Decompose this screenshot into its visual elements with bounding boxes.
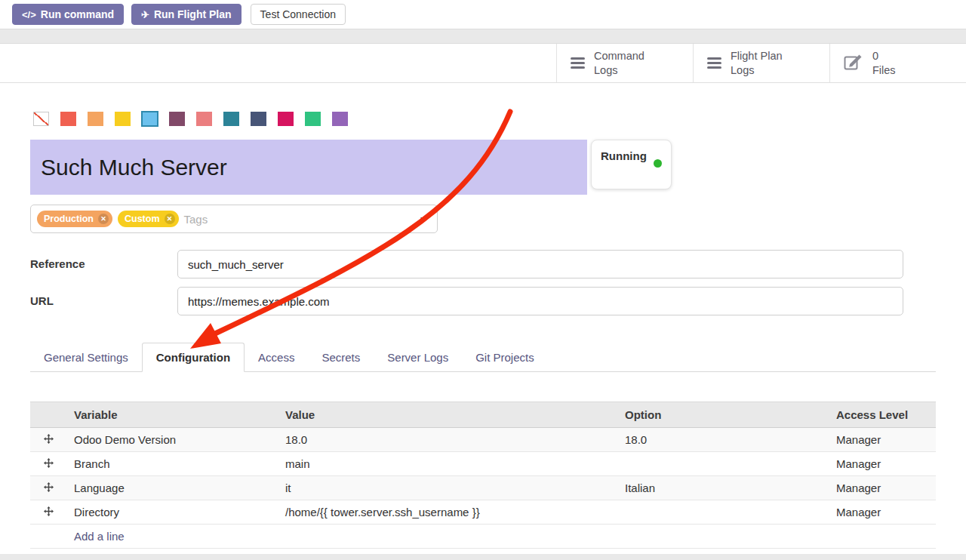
color-swatch[interactable] [278, 112, 294, 126]
tag-remove-icon[interactable]: ✕ [165, 214, 175, 224]
cell-value[interactable]: main [278, 452, 617, 476]
column-header-option: Option [617, 402, 829, 428]
tag-label: Custom [125, 214, 160, 224]
drag-handle-icon[interactable] [44, 433, 54, 446]
cell-access-level[interactable]: Manager [829, 500, 936, 525]
flight-plan-logs-label-line2: Logs [731, 64, 754, 76]
color-swatch[interactable] [223, 112, 239, 126]
test-connection-label: Test Connection [260, 8, 336, 20]
smart-buttons-band: Command Logs Flight Plan Logs 0 Files [0, 44, 966, 83]
cell-option[interactable]: Italian [617, 476, 829, 500]
tab-configuration[interactable]: Configuration [142, 343, 245, 372]
tab-bar: General Settings Configuration Access Se… [30, 343, 936, 372]
color-swatch[interactable] [141, 111, 158, 127]
form-fields: Reference such_much_server URL https://m… [30, 250, 936, 315]
table-row: Directory /home/{{ tower.server.ssh_user… [30, 500, 936, 525]
plane-icon: ✈ [141, 9, 149, 20]
run-command-label: Run command [41, 8, 114, 20]
command-logs-label-line2: Logs [594, 64, 617, 76]
cell-access-level[interactable]: Manager [829, 476, 936, 500]
color-swatch[interactable] [169, 112, 185, 126]
color-swatch[interactable] [332, 112, 348, 126]
server-name-input[interactable]: Such Much Server [30, 140, 587, 195]
reference-input[interactable]: such_much_server [177, 250, 903, 278]
color-swatch[interactable] [251, 112, 266, 126]
form-sheet: Such Much Server Running Production ✕ Cu… [0, 112, 966, 549]
handle-column-header [30, 402, 66, 428]
reference-label: Reference [30, 250, 177, 270]
no-color-swatch[interactable] [33, 112, 49, 126]
status-label: Running [601, 149, 649, 164]
cell-option[interactable] [617, 452, 829, 476]
table-row: Branch main Manager [30, 452, 936, 476]
cell-variable[interactable]: Directory [66, 500, 278, 525]
drag-handle-icon[interactable] [44, 482, 54, 494]
color-swatch[interactable] [115, 112, 131, 126]
table-header-row: Variable Value Option Access Level [30, 402, 936, 428]
cell-access-level[interactable]: Manager [829, 428, 936, 452]
status-card: Running [591, 140, 672, 189]
drag-handle-icon[interactable] [44, 457, 54, 470]
cell-option[interactable]: 18.0 [617, 428, 829, 452]
add-line-row: Add a line [30, 525, 936, 549]
flight-plan-logs-button[interactable]: Flight Plan Logs [693, 44, 829, 82]
column-header-value: Value [278, 402, 617, 428]
edit-icon [844, 53, 863, 74]
run-command-button[interactable]: </> Run command [12, 4, 124, 25]
url-label: URL [30, 287, 177, 307]
cell-variable[interactable]: Branch [66, 452, 278, 476]
cell-access-level[interactable]: Manager [829, 452, 936, 476]
title-row: Such Much Server Running [30, 140, 936, 195]
color-palette [30, 112, 936, 126]
cell-value[interactable]: it [278, 476, 617, 500]
tab-git-projects[interactable]: Git Projects [462, 343, 548, 371]
color-swatch[interactable] [60, 112, 76, 126]
run-flight-plan-label: Run Flight Plan [154, 8, 232, 20]
cell-variable[interactable]: Language [66, 476, 278, 500]
color-swatch[interactable] [305, 112, 321, 126]
command-logs-button[interactable]: Command Logs [556, 44, 693, 82]
cell-value[interactable]: /home/{{ tower.server.ssh_username }} [278, 500, 617, 525]
tag-pill: Production ✕ [37, 211, 112, 227]
files-label: Files [872, 64, 896, 76]
files-button[interactable]: 0 Files [829, 44, 966, 82]
test-connection-button[interactable]: Test Connection [251, 4, 346, 25]
color-swatch[interactable] [196, 112, 212, 126]
tab-general-settings[interactable]: General Settings [30, 343, 142, 371]
status-dot [654, 159, 662, 168]
page-bottom-strip [0, 554, 966, 560]
page-divider [0, 29, 966, 44]
tags-input[interactable]: Production ✕ Custom ✕ Tags [30, 205, 438, 233]
command-logs-label-line1: Command [594, 50, 645, 62]
color-swatch[interactable] [88, 112, 103, 126]
add-a-line-link[interactable]: Add a line [74, 530, 125, 543]
column-header-variable: Variable [66, 402, 278, 428]
drag-handle-icon[interactable] [44, 506, 54, 518]
files-count: 0 [872, 50, 878, 62]
tag-remove-icon[interactable]: ✕ [98, 214, 109, 224]
cell-variable[interactable]: Odoo Demo Version [66, 428, 278, 452]
tags-placeholder: Tags [184, 213, 208, 226]
tab-access[interactable]: Access [245, 343, 308, 371]
column-header-access-level: Access Level [829, 402, 936, 428]
run-flight-plan-button[interactable]: ✈ Run Flight Plan [131, 4, 242, 25]
tab-server-logs[interactable]: Server Logs [374, 343, 462, 371]
menu-icon [707, 57, 721, 69]
flight-plan-logs-label-line1: Flight Plan [731, 50, 783, 62]
table-row: Odoo Demo Version 18.0 18.0 Manager [30, 428, 936, 452]
tag-pill: Custom ✕ [118, 211, 179, 227]
tab-secrets[interactable]: Secrets [308, 343, 374, 371]
tag-label: Production [44, 214, 94, 224]
cell-option[interactable] [617, 500, 829, 525]
top-toolbar: </> Run command ✈ Run Flight Plan Test C… [0, 0, 966, 29]
url-row: URL https://memes.example.com [30, 287, 936, 315]
url-input[interactable]: https://memes.example.com [177, 287, 903, 315]
chevron-down-icon[interactable] [420, 217, 428, 221]
configuration-table: Variable Value Option Access Level Odoo … [30, 402, 936, 549]
table-row: Language it Italian Manager [30, 476, 936, 500]
code-icon: </> [22, 9, 36, 20]
menu-icon [571, 57, 585, 69]
cell-value[interactable]: 18.0 [278, 428, 617, 452]
reference-row: Reference such_much_server [30, 250, 936, 278]
